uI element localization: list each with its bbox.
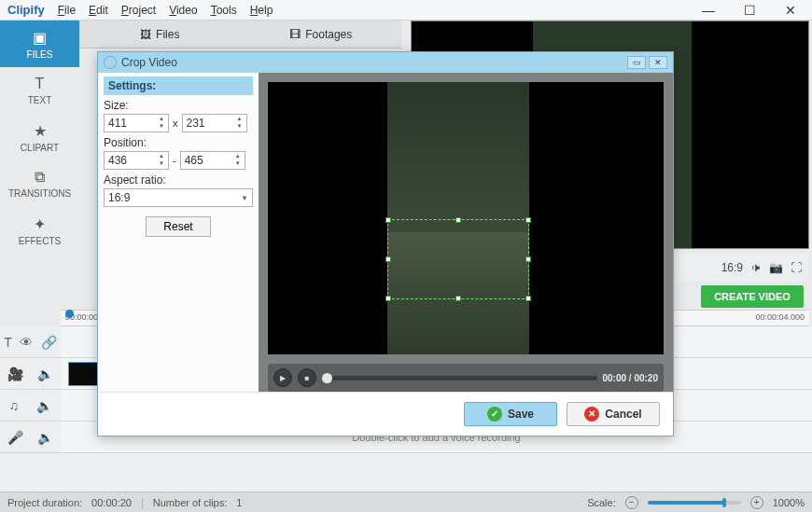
dialog-close-icon[interactable]: ✕ [649,56,667,69]
mic-track-icon: 🎤 [7,430,23,445]
menu-tools[interactable]: Tools [211,4,237,17]
eye-icon[interactable]: 👁 [20,335,33,350]
spin-down-icon[interactable]: ▼ [232,160,244,168]
spin-up-icon[interactable]: ▲ [234,116,245,123]
zoom-slider[interactable] [648,501,741,505]
tab-label: Footages [305,28,352,41]
ruler-tick: 00:00:04.000 [755,312,805,324]
size-height-input[interactable]: 231 ▲▼ [182,114,247,132]
crop-handle[interactable] [525,296,531,301]
crop-handle[interactable] [385,256,391,262]
crop-handle[interactable] [385,296,391,301]
crop-handle[interactable] [525,217,531,223]
window-maximize-icon[interactable]: ☐ [735,3,763,18]
sidebar-item-effects[interactable]: ✦ EFFECTS [0,207,79,254]
transitions-icon: ⧉ [35,169,45,186]
spin-up-icon[interactable]: ▲ [156,153,167,160]
position-x-input[interactable]: 436 ▲▼ [104,151,169,170]
select-value: 16:9 [108,191,130,204]
reset-button[interactable]: Reset [146,216,211,237]
star-icon: ★ [34,122,47,140]
mute-icon[interactable]: 🔈 [36,398,52,413]
spin-up-icon[interactable]: ▲ [156,116,167,123]
mute-icon[interactable]: 🔈 [37,430,53,445]
crop-handle[interactable] [525,256,531,262]
mute-icon[interactable]: 🔈 [37,367,53,381]
settings-header: Settings: [104,76,253,95]
crop-handle[interactable] [455,217,461,223]
play-button[interactable]: ▶ [273,368,292,387]
input-value: 411 [108,117,127,130]
menu-edit[interactable]: Edit [89,4,108,17]
zoom-in-button[interactable]: + [750,496,763,509]
zoom-out-button[interactable]: − [625,496,638,509]
text-icon: T [35,76,45,92]
size-width-input[interactable]: 411 ▲▼ [104,114,169,132]
crop-handle[interactable] [455,296,461,301]
tab-files[interactable]: 🖼 Files [79,21,241,48]
file-tabs: 🖼 Files 🎞 Footages [79,21,401,48]
aspect-ratio-select[interactable]: 16:9 [104,188,253,207]
tab-footages[interactable]: 🎞 Footages [241,21,402,48]
spin-down-icon[interactable]: ▼ [234,123,245,131]
input-value: 231 [187,117,205,130]
text-track-icon: T [4,335,12,350]
volume-icon[interactable]: 🕩 [750,261,762,274]
check-icon: ✓ [487,407,502,422]
window-minimize-icon[interactable]: — [694,3,722,18]
menu-file[interactable]: File [58,4,76,17]
crop-frame[interactable] [387,219,529,299]
size-label: Size: [104,99,253,112]
dialog-title: Crop Video [121,56,177,69]
crop-video-dialog: Crop Video ▭ ✕ Settings: Size: 411 ▲▼ x … [97,51,674,436]
create-video-button[interactable]: CREATE VIDEO [701,285,804,308]
size-separator: x [173,118,178,129]
spin-down-icon[interactable]: ▼ [156,160,167,168]
video-track-icon: 🎥 [7,367,23,381]
music-track-icon: ♫ [8,398,19,413]
crop-video-view[interactable] [268,82,664,354]
sidebar-item-transitions[interactable]: ⧉ TRANSITIONS [0,160,79,207]
sidebar-item-label: FILES [27,49,53,60]
sidebar-item-files[interactable]: ▣ FILES [0,21,79,67]
input-value: 436 [108,154,127,167]
duration-label: Project duration: [7,497,82,508]
snapshot-icon[interactable]: 📷 [769,261,783,274]
stop-button[interactable]: ■ [298,368,316,387]
dialog-titlebar[interactable]: Crop Video ▭ ✕ [98,52,673,73]
spin-up-icon[interactable]: ▲ [232,153,244,160]
menu-bar: Clipify File Edit Project Video Tools He… [0,0,812,21]
aspect-ratio-label[interactable]: 16:9 [721,261,743,274]
aspect-ratio-label: Aspect ratio: [104,173,253,187]
window-close-icon[interactable]: ✕ [777,3,805,18]
playhead-icon[interactable] [65,310,74,318]
x-icon: ✕ [584,407,599,422]
sidebar-item-label: EFFECTS [19,236,62,246]
scale-label: Scale: [587,497,616,508]
fullscreen-icon[interactable]: ⛶ [791,261,802,274]
sidebar-item-label: TEXT [28,95,52,105]
clips-value: 1 [236,497,242,508]
crop-handle[interactable] [385,217,391,223]
menu-help[interactable]: Help [250,4,273,17]
image-icon: ▣ [33,29,47,47]
sidebar-item-text[interactable]: T TEXT [0,67,79,114]
save-button[interactable]: ✓ Save [464,402,557,426]
seek-slider[interactable] [322,376,597,381]
settings-panel: Settings: Size: 411 ▲▼ x 231 ▲▼ Position… [98,73,259,392]
spin-down-icon[interactable]: ▼ [156,123,167,131]
cancel-button[interactable]: ✕ Cancel [567,402,660,426]
link-icon[interactable]: 🔗 [41,335,57,350]
sidebar: ▣ FILES T TEXT ★ CLIPART ⧉ TRANSITIONS ✦… [0,21,79,254]
wand-icon: ✦ [34,215,46,233]
duration-value: 00:00:20 [91,497,132,508]
sidebar-item-clipart[interactable]: ★ CLIPART [0,114,79,160]
menu-project[interactable]: Project [121,4,156,17]
sidebar-item-label: CLIPART [21,143,59,153]
app-logo: Clipify [7,3,45,17]
position-y-input[interactable]: 465 ▲▼ [180,151,245,170]
sidebar-item-label: TRANSITIONS [8,188,71,199]
menu-video[interactable]: Video [169,4,197,17]
dialog-maximize-icon[interactable]: ▭ [627,56,646,69]
position-separator: - [173,155,176,166]
